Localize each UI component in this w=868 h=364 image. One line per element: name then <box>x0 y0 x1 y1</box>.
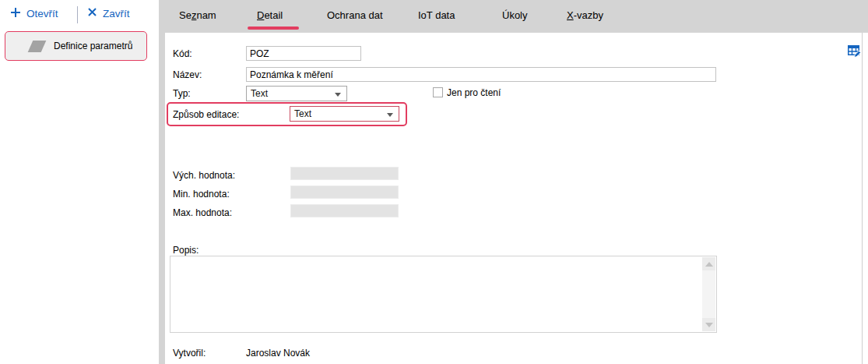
zpusob-editace-dropdown[interactable]: Text <box>290 106 399 122</box>
popis-scrollbar[interactable] <box>702 257 715 331</box>
jen-pro-cteni-label: Jen pro čtení <box>447 87 501 98</box>
triangle-up-icon <box>705 262 713 267</box>
tab-detail[interactable]: Detail <box>257 9 283 21</box>
vych-hodnota-label: Vých. hodnota: <box>173 170 235 181</box>
tab-seznam[interactable]: Seznam <box>179 9 216 21</box>
scrollbar-up-button[interactable] <box>702 257 715 270</box>
tab-ukoly[interactable]: Úkoly <box>502 9 528 21</box>
toolbar-divider <box>77 6 78 23</box>
open-button-label: Otevřít <box>26 8 58 19</box>
panel-divider-strip <box>159 0 165 364</box>
typ-dropdown[interactable]: Text <box>246 86 347 101</box>
min-hodnota-input-disabled <box>290 186 399 199</box>
tab-bar: Seznam Detail Ochrana dat IoT data Úkoly… <box>159 0 868 33</box>
vytvoril-value: Jaroslav Novák <box>246 348 310 359</box>
edit-table-icon <box>846 49 862 61</box>
x-icon <box>87 7 97 19</box>
scrollbar-down-button[interactable] <box>702 318 715 331</box>
chevron-down-icon <box>387 113 393 117</box>
kod-input[interactable] <box>246 46 361 61</box>
vytvoril-label: Vytvořil: <box>173 348 206 359</box>
detail-form-panel: Kód: Název: Typ: Text Jen pro čtení Způs… <box>165 33 863 364</box>
popis-textarea[interactable] <box>170 256 702 332</box>
sidebar-item-definice-parametru[interactable]: Definice parametrů <box>5 31 147 61</box>
min-hodnota-label: Min. hodnota: <box>173 189 230 200</box>
active-tab-underline <box>248 27 299 30</box>
typ-label: Typ: <box>173 88 191 99</box>
tab-x-vazby[interactable]: X-vazby <box>567 9 603 21</box>
max-hodnota-input-disabled <box>290 204 399 217</box>
plus-icon <box>10 7 21 20</box>
zpusob-editace-label: Způsob editace: <box>173 109 239 120</box>
open-button[interactable]: Otevřít <box>10 7 58 20</box>
popis-label: Popis: <box>173 245 199 256</box>
popis-textarea-frame <box>170 256 717 333</box>
chevron-down-icon <box>335 93 341 97</box>
sidebar-item-label: Definice parametrů <box>54 41 132 51</box>
edit-table-button[interactable] <box>845 43 863 60</box>
tab-iot-data[interactable]: IoT data <box>418 9 455 21</box>
typ-dropdown-value: Text <box>251 88 268 99</box>
nazev-input[interactable] <box>246 67 716 82</box>
zpusob-editace-dropdown-value: Text <box>294 108 311 119</box>
vych-hodnota-input-disabled <box>290 167 399 180</box>
triangle-down-icon <box>705 323 713 327</box>
parallelogram-icon <box>28 41 47 52</box>
jen-pro-cteni-checkbox[interactable] <box>433 87 443 97</box>
nazev-label: Název: <box>173 69 202 80</box>
close-button-label: Zavřít <box>103 8 130 19</box>
left-panel: Otevřít Zavřít Definice parametrů <box>0 0 159 364</box>
kod-label: Kód: <box>173 48 192 59</box>
max-hodnota-label: Max. hodnota: <box>173 207 232 218</box>
close-button[interactable]: Zavřít <box>87 7 130 19</box>
tab-ochrana-dat[interactable]: Ochrana dat <box>327 9 383 21</box>
